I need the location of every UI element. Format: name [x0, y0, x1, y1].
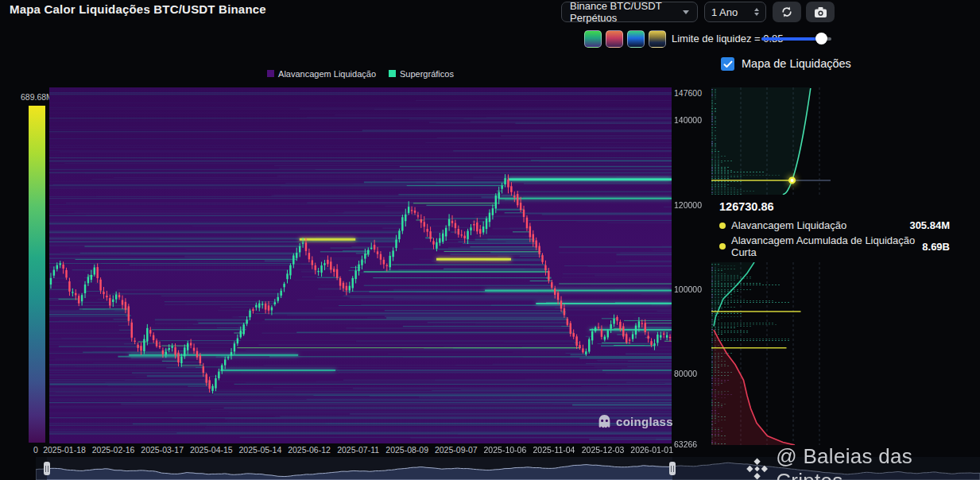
- liquidation-heatmap-canvas[interactable]: [49, 87, 672, 443]
- coinglass-watermark: coinglass: [598, 414, 673, 429]
- x-axis-label: 2025-02-16: [92, 445, 135, 455]
- x-axis-label: 2025-01-18: [43, 445, 86, 455]
- tooltip-row-cumulative-short: Alavancagem Acumulada de Liquidação Curt…: [719, 234, 950, 258]
- legend-item-supercharts[interactable]: Supergráficos: [389, 69, 454, 79]
- symbol-select[interactable]: Binance BTC/USDT Perpétuos: [561, 2, 698, 22]
- camera-icon: [814, 6, 827, 18]
- y-axis-label: 140000: [674, 115, 702, 125]
- liquidation-heatmap-page: Mapa Calor Liquidações BTC/USDT Binance …: [0, 0, 980, 480]
- x-axis-label: 2025-06-12: [288, 445, 331, 455]
- navigator-right-handle[interactable]: [669, 462, 676, 475]
- legend-item-leverage[interactable]: Alavancagem Liquidação: [267, 69, 376, 79]
- y-axis-label: 63266: [674, 439, 697, 449]
- x-axis-label: 2025-05-14: [239, 445, 282, 455]
- y-axis-label: 100000: [674, 285, 702, 294]
- coinglass-logo-icon: [598, 414, 611, 429]
- y-axis-label: 147600: [674, 88, 702, 98]
- palette-swatch-ocean[interactable]: [627, 30, 645, 48]
- period-stepper[interactable]: 1 Ano: [704, 2, 766, 22]
- x-axis-label: 2025-04-15: [190, 445, 233, 455]
- y-axis-label: 120000: [674, 200, 702, 210]
- check-icon: [723, 60, 733, 68]
- colorbar-min-label: 0: [33, 445, 38, 455]
- chevron-down-icon: [683, 10, 689, 14]
- liquidation-map-checkbox-label: Mapa de Liquidações: [742, 57, 851, 70]
- binance-diamond-icon: [746, 457, 769, 480]
- x-axis-label: 2026-01-01: [630, 445, 673, 455]
- short-liquidation-panel-canvas[interactable]: [711, 87, 831, 195]
- period-value: 1 Ano: [711, 6, 738, 18]
- camera-button[interactable]: [806, 2, 835, 22]
- channel-watermark-text: @ Baleias das Criptos: [776, 444, 980, 480]
- palette-swatch-gold[interactable]: [649, 30, 666, 48]
- x-axis-label: 2025-07-11: [337, 445, 379, 455]
- tooltip-label: Alavancagem Acumulada de Liquidação Curt…: [731, 234, 922, 258]
- long-liquidation-panel-canvas[interactable]: [711, 262, 831, 445]
- legend-swatch-purple: [267, 70, 274, 77]
- x-axis-label: 2025-09-07: [435, 445, 478, 455]
- x-axis-label: 2025-08-09: [385, 445, 428, 455]
- stepper-down-icon[interactable]: [754, 13, 759, 16]
- legend-label: Supergráficos: [400, 69, 454, 79]
- page-title: Mapa Calor Liquidações BTC/USDT Binance: [10, 2, 266, 16]
- tooltip-value: 305.84M: [909, 219, 950, 231]
- heatmap-colorbar: [29, 106, 45, 443]
- refresh-button[interactable]: [773, 2, 801, 22]
- yellow-dot-icon: [719, 243, 726, 250]
- palette-swatch-magma[interactable]: [606, 30, 623, 48]
- tooltip-price: 126730.86: [719, 200, 774, 213]
- palette-swatch-viridis[interactable]: [584, 30, 602, 48]
- tooltip-value: 8.69B: [922, 241, 950, 253]
- colorbar-max-label: 689.68M: [21, 92, 53, 102]
- legend-label: Alavancagem Liquidação: [278, 69, 376, 79]
- chart-legend: Alavancagem Liquidação Supergráficos: [49, 69, 672, 79]
- yellow-dot-icon: [719, 223, 726, 229]
- liquidity-slider[interactable]: [761, 37, 831, 41]
- channel-watermark: @ Baleias das Criptos: [746, 444, 980, 480]
- symbol-select-value: Binance BTC/USDT Perpétuos: [570, 0, 683, 24]
- refresh-icon: [781, 6, 793, 18]
- legend-swatch-green: [389, 70, 396, 77]
- liquidity-slider-fill: [761, 37, 821, 41]
- x-axis-label: 2025-11-04: [533, 445, 575, 455]
- stepper-up-icon[interactable]: [754, 8, 759, 11]
- y-axis-label: 80000: [674, 369, 697, 378]
- liquidity-slider-thumb[interactable]: [815, 33, 827, 45]
- tooltip-label: Alavancagem Liquidação: [731, 219, 846, 231]
- tooltip-row-leverage: Alavancagem Liquidação 305.84M: [719, 219, 950, 231]
- x-axis-label: 2025-10-06: [484, 445, 527, 455]
- coinglass-watermark-text: coinglass: [616, 415, 673, 428]
- navigator-left-handle[interactable]: [44, 462, 50, 475]
- liquidation-map-checkbox[interactable]: [721, 57, 734, 71]
- x-axis-label: 2025-12-03: [582, 445, 625, 455]
- x-axis-label: 2025-03-17: [141, 445, 184, 455]
